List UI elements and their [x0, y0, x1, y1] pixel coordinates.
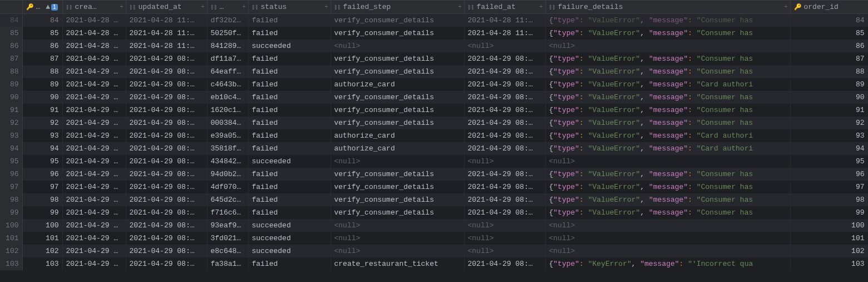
cell-corr[interactable]: 645d2c…	[207, 193, 248, 206]
cell-failure-details[interactable]: {"type": "ValueError", "message": "Card …	[545, 129, 790, 142]
cell-corr[interactable]: 841289…	[207, 40, 248, 52]
row-gutter[interactable]: 100	[0, 219, 22, 232]
cell-id[interactable]: 89	[22, 78, 62, 91]
row-gutter[interactable]: 84	[0, 14, 22, 27]
cell-id[interactable]: 96	[22, 168, 62, 181]
row-gutter[interactable]: 101	[0, 232, 22, 245]
col-failed-step[interactable]: ⫿⫿failed_step÷	[331, 1, 464, 14]
cell-failure-details[interactable]: {"type": "ValueError", "message": "Consu…	[545, 14, 790, 27]
cell-corr[interactable]: f716c6…	[207, 206, 248, 219]
cell-order-id[interactable]: 95	[790, 155, 868, 168]
cell-failed-at[interactable]: 2021-04-29 08:…	[464, 193, 545, 206]
cell-status[interactable]: succeeded	[248, 245, 331, 257]
cell-corr[interactable]: 94d0b2…	[207, 168, 248, 181]
cell-corr[interactable]: df11a7…	[207, 52, 248, 65]
row-gutter[interactable]: 95	[0, 155, 22, 168]
cell-id[interactable]: 99	[22, 206, 62, 219]
cell-updated[interactable]: 2021-04-29 08:…	[126, 168, 207, 181]
cell-failed-step[interactable]: verify_consumer_details	[331, 181, 464, 193]
results-grid[interactable]: 🔑… ▲ 1 ⫿⫿crea…÷ ⫿⫿updated_at÷ ⫿⫿…÷ ⫿⫿sta…	[0, 0, 868, 282]
cell-failure-details[interactable]: {"type": "ValueError", "message": "Consu…	[545, 181, 790, 193]
cell-updated[interactable]: 2021-04-29 08:…	[126, 193, 207, 206]
cell-failure-details[interactable]: {"type": "ValueError", "message": "Consu…	[545, 27, 790, 40]
cell-failed-step[interactable]: authorize_card	[331, 129, 464, 142]
cell-created[interactable]: 2021-04-29 …	[62, 168, 126, 181]
cell-id[interactable]: 98	[22, 193, 62, 206]
cell-created[interactable]: 2021-04-29 …	[62, 65, 126, 78]
cell-id[interactable]: 101	[22, 232, 62, 245]
cell-status[interactable]: failed	[248, 129, 331, 142]
cell-status[interactable]: failed	[248, 52, 331, 65]
row-gutter[interactable]: 93	[0, 129, 22, 142]
cell-failed-at[interactable]: <null>	[464, 245, 545, 257]
table-row[interactable]: 93932021-04-29 …2021-04-29 08:…e39a05…fa…	[0, 129, 868, 142]
table-row[interactable]: 89892021-04-29 …2021-04-29 08:…c4643b…fa…	[0, 78, 868, 91]
cell-failed-at[interactable]: 2021-04-29 08:…	[464, 104, 545, 116]
cell-updated[interactable]: 2021-04-29 08:…	[126, 91, 207, 104]
cell-order-id[interactable]: 98	[790, 193, 868, 206]
col-created[interactable]: ⫿⫿crea…÷	[62, 1, 126, 14]
cell-status[interactable]: succeeded	[248, 232, 331, 245]
cell-failure-details[interactable]: {"type": "ValueError", "message": "Consu…	[545, 116, 790, 129]
cell-failed-step[interactable]: <null>	[331, 245, 464, 257]
cell-created[interactable]: 2021-04-29 …	[62, 206, 126, 219]
row-gutter[interactable]: 86	[0, 40, 22, 52]
cell-failed-at[interactable]: 2021-04-29 08:…	[464, 52, 545, 65]
cell-id[interactable]: 88	[22, 65, 62, 78]
cell-failed-at[interactable]: 2021-04-29 08:…	[464, 65, 545, 78]
cell-failed-at[interactable]: <null>	[464, 232, 545, 245]
cell-corr[interactable]: 3fd021…	[207, 232, 248, 245]
cell-order-id[interactable]: 92	[790, 116, 868, 129]
cell-updated[interactable]: 2021-04-29 08:…	[126, 155, 207, 168]
cell-created[interactable]: 2021-04-28 …	[62, 14, 126, 27]
cell-status[interactable]: succeeded	[248, 40, 331, 52]
cell-updated[interactable]: 2021-04-29 08:…	[126, 232, 207, 245]
cell-failed-step[interactable]: authorize_card	[331, 78, 464, 91]
cell-created[interactable]: 2021-04-29 …	[62, 219, 126, 232]
col-order-id[interactable]: 🔑order_id	[790, 1, 868, 14]
cell-id[interactable]: 97	[22, 181, 62, 193]
table-row[interactable]: 1031032021-04-29 …2021-04-29 08:…fa38a1……	[0, 257, 868, 270]
cell-failed-step[interactable]: <null>	[331, 40, 464, 52]
cell-failed-step[interactable]: create_restaurant_ticket	[331, 257, 464, 270]
cell-id[interactable]: 86	[22, 40, 62, 52]
cell-corr[interactable]: eb10c4…	[207, 91, 248, 104]
cell-status[interactable]: failed	[248, 14, 331, 27]
cell-failed-at[interactable]: 2021-04-29 08:…	[464, 206, 545, 219]
table-row[interactable]: 1021022021-04-29 …2021-04-29 08:…e8c648……	[0, 245, 868, 257]
cell-order-id[interactable]: 97	[790, 181, 868, 193]
cell-failure-details[interactable]: <null>	[545, 219, 790, 232]
cell-order-id[interactable]: 88	[790, 65, 868, 78]
cell-failed-at[interactable]: 2021-04-29 08:…	[464, 181, 545, 193]
cell-corr[interactable]: df32b2…	[207, 14, 248, 27]
cell-id[interactable]: 93	[22, 129, 62, 142]
cell-corr[interactable]: 434842…	[207, 155, 248, 168]
cell-updated[interactable]: 2021-04-29 08:…	[126, 181, 207, 193]
cell-failure-details[interactable]: {"type": "ValueError", "message": "Consu…	[545, 52, 790, 65]
cell-updated[interactable]: 2021-04-29 08:…	[126, 78, 207, 91]
cell-order-id[interactable]: 90	[790, 91, 868, 104]
cell-corr[interactable]: 35818f…	[207, 142, 248, 155]
cell-created[interactable]: 2021-04-29 …	[62, 257, 126, 270]
cell-failed-step[interactable]: verify_consumer_details	[331, 193, 464, 206]
cell-id[interactable]: 95	[22, 155, 62, 168]
cell-corr[interactable]: e39a05…	[207, 129, 248, 142]
cell-failure-details[interactable]: {"type": "ValueError", "message": "Consu…	[545, 91, 790, 104]
table-row[interactable]: 88882021-04-29 …2021-04-29 08:…64eaff…fa…	[0, 65, 868, 78]
cell-failure-details[interactable]: {"type": "ValueError", "message": "Consu…	[545, 206, 790, 219]
row-gutter[interactable]: 91	[0, 104, 22, 116]
row-gutter[interactable]: 102	[0, 245, 22, 257]
cell-corr[interactable]: c4643b…	[207, 78, 248, 91]
cell-created[interactable]: 2021-04-28 …	[62, 40, 126, 52]
cell-updated[interactable]: 2021-04-29 08:…	[126, 245, 207, 257]
table-row[interactable]: 90902021-04-29 …2021-04-29 08:…eb10c4…fa…	[0, 91, 868, 104]
cell-failure-details[interactable]: {"type": "ValueError", "message": "Card …	[545, 78, 790, 91]
cell-order-id[interactable]: 93	[790, 129, 868, 142]
table-row[interactable]: 85852021-04-28 …2021-04-28 11:…50250f…fa…	[0, 27, 868, 40]
row-gutter[interactable]: 88	[0, 65, 22, 78]
row-gutter[interactable]: 97	[0, 181, 22, 193]
cell-updated[interactable]: 2021-04-29 08:…	[126, 104, 207, 116]
cell-order-id[interactable]: 102	[790, 245, 868, 257]
cell-failure-details[interactable]: {"type": "ValueError", "message": "Card …	[545, 142, 790, 155]
cell-status[interactable]: succeeded	[248, 155, 331, 168]
